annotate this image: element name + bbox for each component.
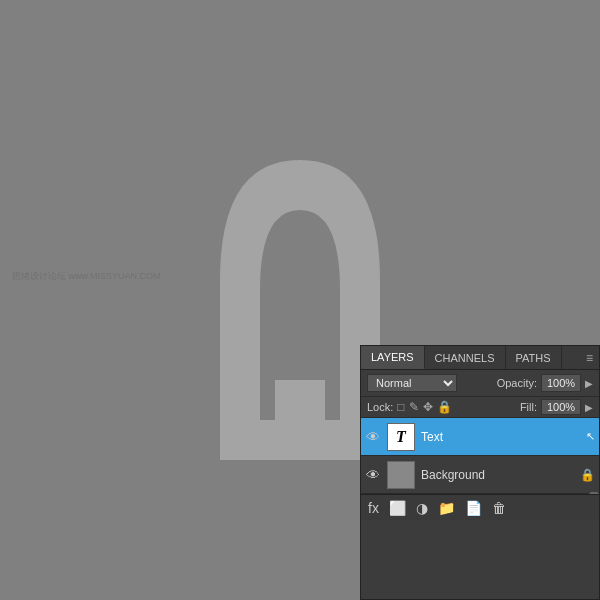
lock-label: Lock: (367, 401, 393, 413)
lock-icon-brush[interactable]: ✎ (409, 400, 419, 414)
fill-input[interactable] (541, 399, 581, 415)
watermark-text: 思绪设计论坛 www.MISSYUAN.COM (12, 270, 161, 283)
layer-item-background[interactable]: 👁 Background 🔒 (361, 456, 599, 494)
layer-eye-background[interactable]: 👁 (365, 467, 381, 483)
layer-thumbnail-background (387, 461, 415, 489)
adjustment-button[interactable]: ◑ (413, 500, 431, 516)
tab-paths[interactable]: PATHS (506, 346, 562, 369)
opacity-input[interactable] (541, 374, 581, 392)
opacity-arrow[interactable]: ▶ (585, 378, 593, 389)
blend-mode-select[interactable]: Normal Dissolve Multiply Screen Overlay (367, 374, 457, 392)
layer-item-text[interactable]: 👁 T Text ↖ (361, 418, 599, 456)
layer-name-text: Text (421, 430, 580, 444)
fill-label: Fill: (520, 401, 537, 413)
lock-icon-dotted[interactable]: □ (397, 400, 404, 414)
mask-button[interactable]: ⬜ (386, 500, 409, 516)
panel-toolbar: fx ⬜ ◑ 📁 📄 🗑 (361, 494, 599, 520)
layers-panel: LAYERS CHANNELS PATHS ≡ Normal Dissolve … (360, 345, 600, 600)
fill-arrow[interactable]: ▶ (585, 402, 593, 413)
panel-menu-icon[interactable]: ≡ (580, 351, 599, 365)
layer-eye-text[interactable]: 👁 (365, 429, 381, 445)
new-layer-button[interactable]: 📄 (462, 500, 485, 516)
opacity-label: Opacity: (497, 377, 537, 389)
layers-list: 👁 T Text ↖ 👁 Background 🔒 (361, 418, 599, 494)
tab-channels[interactable]: CHANNELS (425, 346, 506, 369)
layer-lock-background: 🔒 (580, 468, 595, 482)
group-button[interactable]: 📁 (435, 500, 458, 516)
cursor-icon: ↖ (586, 430, 595, 443)
tab-layers[interactable]: LAYERS (361, 346, 425, 369)
panel-tabs-row: LAYERS CHANNELS PATHS ≡ (361, 346, 599, 370)
delete-layer-button[interactable]: 🗑 (489, 500, 509, 516)
scrollbar-thumb[interactable] (589, 492, 599, 494)
lock-icon-all[interactable]: 🔒 (437, 400, 452, 414)
blend-mode-row: Normal Dissolve Multiply Screen Overlay … (361, 370, 599, 396)
layer-name-background: Background (421, 468, 574, 482)
svg-rect-1 (275, 380, 325, 425)
fx-button[interactable]: fx (365, 500, 382, 516)
lock-row: Lock: □ ✎ ✥ 🔒 Fill: ▶ (361, 396, 599, 418)
layer-thumbnail-text: T (387, 423, 415, 451)
lock-icon-move[interactable]: ✥ (423, 400, 433, 414)
